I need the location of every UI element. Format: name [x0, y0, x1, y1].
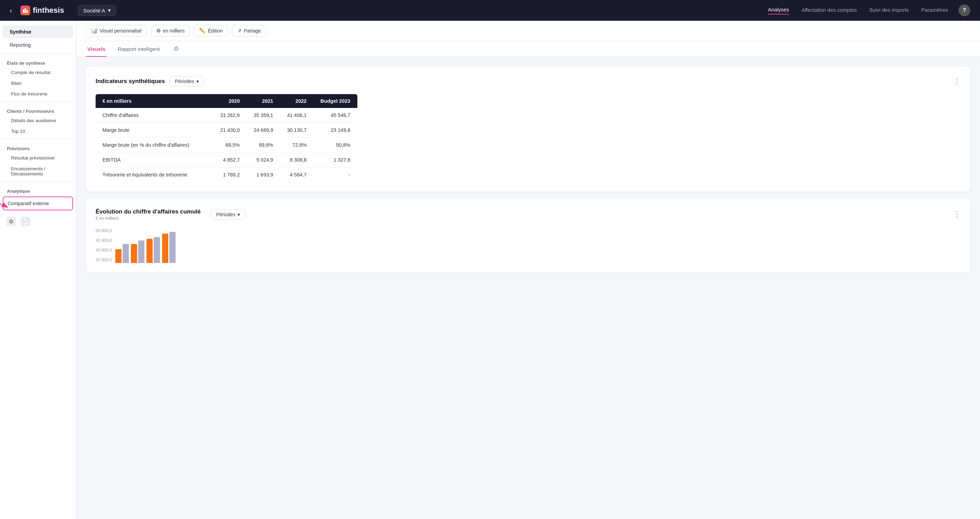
table-row: Trésorerie et équivalents de trésorerie …	[95, 167, 357, 183]
settings-icon: ⚙	[156, 28, 161, 34]
main-nav: Analyses Affectation des comptes Suivi d…	[768, 6, 948, 14]
partage-button[interactable]: ↗ Partage	[232, 25, 266, 37]
row-label: Marge brute (en % du chiffre d'affaires)	[95, 138, 213, 152]
card-header-indicators: Indicateurs synthétiques Périodes ▾ ⋮	[95, 76, 961, 87]
chevron-down-icon: ▾	[108, 7, 111, 13]
share-icon: ↗	[237, 28, 242, 34]
bar-blue-4	[169, 232, 175, 263]
row-val-budget: 23 149,8	[313, 123, 357, 138]
main-content: Indicateurs synthétiques Périodes ▾ ⋮ € …	[76, 57, 980, 519]
help-button[interactable]: ?	[959, 5, 970, 16]
nav-parametres[interactable]: Paramètres	[921, 7, 948, 14]
row-val-2020: 31 262,6	[213, 108, 247, 123]
chart-title: Évolution du chiffre d'affaires cumulé	[95, 208, 200, 215]
bar-group-4	[162, 232, 175, 263]
bar-blue-1	[123, 244, 129, 263]
sidebar-item-compte-resultat[interactable]: Compte de résultat	[0, 67, 76, 78]
sidebar-item-comparatif[interactable]: Comparatif externe	[3, 197, 73, 210]
tab-settings-icon[interactable]: ⚙	[172, 42, 180, 56]
topnav: ‹ finthesis Société A ▾ Analyses Affecta…	[0, 0, 980, 21]
edition-button[interactable]: ✏️ Édition	[194, 25, 228, 37]
indicators-title: Indicateurs synthétiques	[95, 78, 165, 85]
bar-orange-4	[162, 233, 168, 263]
sidebar-section-analytique: Analytique	[0, 184, 76, 195]
svg-rect-2	[26, 10, 28, 13]
row-val-budget: 50,8%	[313, 138, 357, 152]
row-val-2021: 5 024,9	[247, 152, 280, 167]
tab-visuels[interactable]: Visuels	[86, 41, 107, 57]
nav-analyses[interactable]: Analyses	[768, 6, 789, 14]
indicators-table: € en milliers 2020 2021 2022 Budget 2023…	[95, 94, 357, 182]
row-label: Marge brute	[95, 123, 213, 138]
row-label: Chiffre d'affaires	[95, 108, 213, 123]
sidebar-item-top10[interactable]: Top 10	[0, 126, 76, 136]
sidebar-item-encaissements[interactable]: Encaissements / Décaissements	[0, 163, 76, 179]
document-icon[interactable]: 📄	[21, 217, 30, 226]
sidebar-item-flux[interactable]: Flux de trésorerie	[0, 89, 76, 99]
bar-orange-1	[115, 249, 121, 263]
sidebar-item-bilan[interactable]: Bilan	[0, 78, 76, 89]
toolbar: 📊 Visuel personnalisé ⚙ en milliers ✏️ É…	[76, 21, 980, 41]
row-label: EBITDA	[95, 152, 213, 167]
col-header-2022: 2022	[280, 94, 313, 108]
sidebar: Synthèse Reporting États de synthèse Com…	[0, 21, 76, 519]
col-header-label: € en milliers	[95, 94, 213, 108]
content-area: 📊 Visuel personnalisé ⚙ en milliers ✏️ É…	[76, 21, 980, 519]
chart-periodes-dropdown[interactable]: Périodes ▾	[211, 210, 245, 220]
company-selector[interactable]: Société A ▾	[78, 5, 116, 16]
row-val-2021: 24 669,9	[247, 123, 280, 138]
bar-group-2	[131, 240, 145, 263]
table-row: Marge brute 21 430,0 24 669,9 30 130,7 2…	[95, 123, 357, 138]
table-row: Marge brute (en % du chiffre d'affaires)…	[95, 138, 357, 152]
sidebar-item-synthese[interactable]: Synthèse	[3, 25, 73, 38]
row-label: Trésorerie et équivalents de trésorerie	[95, 167, 213, 183]
sidebar-section-etats: États de synthèse	[0, 56, 76, 67]
bar-orange-2	[131, 244, 137, 263]
periodes-dropdown[interactable]: Périodes ▾	[170, 76, 204, 87]
nav-suivi[interactable]: Suivi des imports	[869, 7, 908, 14]
row-val-2022: 41 406,1	[280, 108, 313, 123]
row-val-budget: 1 327,8	[313, 152, 357, 167]
chart-menu-button[interactable]: ⋮	[953, 210, 961, 219]
svg-rect-0	[23, 10, 24, 13]
chevron-down-icon: ▾	[196, 79, 199, 84]
tab-rapport-intelligent[interactable]: Rapport intelligent	[116, 41, 161, 57]
col-header-2021: 2021	[247, 94, 280, 108]
row-val-2021: 35 359,1	[247, 108, 280, 123]
sidebar-item-previsionnel[interactable]: Résultat prévisionnel	[0, 152, 76, 163]
table-row: Chiffre d'affaires 31 262,6 35 359,1 41 …	[95, 108, 357, 123]
chart-bars	[115, 229, 961, 263]
visuel-personnalise-button[interactable]: 📊 Visuel personnalisé	[86, 25, 147, 37]
sidebar-section-previsions: Prévisions	[0, 141, 76, 152]
nav-affectation[interactable]: Affectation des comptes	[801, 7, 857, 14]
card-header-chart: Évolution du chiffre d'affaires cumulé €…	[95, 208, 961, 221]
en-milliers-button[interactable]: ⚙ en milliers	[151, 25, 190, 37]
chart-area: 50 000,0 45 000,0 40 000,0 35 000,0	[95, 229, 961, 263]
settings-icon[interactable]: ⚙	[6, 217, 16, 226]
tabs-bar: Visuels Rapport intelligent ⚙	[76, 41, 980, 57]
row-val-2022: 30 130,7	[280, 123, 313, 138]
back-button[interactable]: ‹	[10, 6, 12, 14]
col-header-2020: 2020	[213, 94, 247, 108]
bar-orange-3	[146, 239, 153, 263]
row-val-2022: 4 564,7	[280, 167, 313, 183]
bar-blue-3	[154, 237, 160, 263]
row-val-2022: 8 308,8	[280, 152, 313, 167]
row-val-2022: 72,8%	[280, 138, 313, 152]
table-row: EBITDA 4 852,7 5 024,9 8 308,8 1 327,8	[95, 152, 357, 167]
edit-icon: ✏️	[199, 28, 206, 34]
row-val-budget: -	[313, 167, 357, 183]
row-val-2020: 68,5%	[213, 138, 247, 152]
sidebar-item-reporting[interactable]: Reporting	[3, 39, 73, 51]
chart-subtitle: € en milliers	[95, 216, 200, 221]
bar-blue-2	[138, 240, 145, 263]
sidebar-item-auxiliaires[interactable]: Détails des auxiliaires	[0, 115, 76, 126]
chart-icon: 📊	[91, 28, 98, 34]
row-val-2020: 1 789,2	[213, 167, 247, 183]
chart-y-axis: 50 000,0 45 000,0 40 000,0 35 000,0	[95, 229, 112, 263]
row-val-2021: 69,8%	[247, 138, 280, 152]
card-menu-button[interactable]: ⋮	[953, 77, 961, 86]
col-header-budget2023: Budget 2023	[313, 94, 357, 108]
indicators-card: Indicateurs synthétiques Périodes ▾ ⋮ € …	[86, 67, 970, 192]
chart-title-group: Évolution du chiffre d'affaires cumulé €…	[95, 208, 200, 221]
